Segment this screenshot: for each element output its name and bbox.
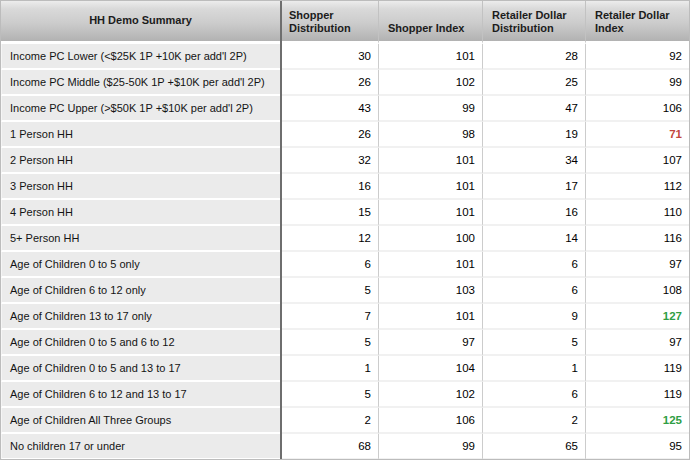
cell-shopper-distribution: 30 [280,44,379,70]
cell-retailer-dollar-index: 95 [586,434,689,460]
cell-retailer-dollar-distribution: 14 [483,226,586,252]
cell-retailer-dollar-distribution: 25 [483,70,586,96]
cell-retailer-dollar-distribution: 1 [483,356,586,382]
cell-shopper-index: 101 [379,148,483,174]
cell-retailer-dollar-distribution: 19 [483,122,586,148]
row-label: Age of Children 0 to 5 and 13 to 17 [1,356,280,382]
cell-retailer-dollar-distribution: 17 [483,174,586,200]
table-row: No children 17 or under 68 99 65 95 [1,434,689,460]
cell-retailer-dollar-index: 106 [586,96,689,122]
cell-shopper-distribution: 6 [280,252,379,278]
row-label: Income PC Middle ($25-50K 1P +$10K per a… [1,70,280,96]
cell-retailer-dollar-distribution: 47 [483,96,586,122]
column-header-retailer-dollar-distribution[interactable]: Retailer Dollar Distribution [483,1,586,44]
cell-shopper-index: 101 [379,44,483,70]
demo-summary-table: HH Demo Summary Shopper Distribution Sho… [1,1,689,460]
cell-shopper-distribution: 5 [280,382,379,408]
column-header-hh-demo-summary[interactable]: HH Demo Summary [1,1,280,44]
row-label: 3 Person HH [1,174,280,200]
table-row: Age of Children 6 to 12 and 13 to 17 5 1… [1,382,689,408]
column-header-shopper-index[interactable]: Shopper Index [379,1,483,44]
cell-shopper-index: 98 [379,122,483,148]
cell-shopper-index: 104 [379,356,483,382]
row-label: No children 17 or under [1,434,280,460]
cell-shopper-index: 99 [379,434,483,460]
cell-retailer-dollar-distribution: 6 [483,382,586,408]
cell-shopper-index: 102 [379,70,483,96]
cell-retailer-dollar-index: 99 [586,70,689,96]
row-label: 2 Person HH [1,148,280,174]
cell-retailer-dollar-distribution: 9 [483,304,586,330]
table-row: 5+ Person HH 12 100 14 116 [1,226,689,252]
table-row: 2 Person HH 32 101 34 107 [1,148,689,174]
table-row: Age of Children 6 to 12 only 5 103 6 108 [1,278,689,304]
cell-shopper-index: 97 [379,330,483,356]
cell-shopper-index: 101 [379,304,483,330]
cell-shopper-distribution: 1 [280,356,379,382]
cell-retailer-dollar-distribution: 6 [483,278,586,304]
table-row: Age of Children 0 to 5 only 6 101 6 97 [1,252,689,278]
cell-shopper-distribution: 43 [280,96,379,122]
cell-retailer-dollar-distribution: 34 [483,148,586,174]
cell-retailer-dollar-index: 119 [586,356,689,382]
cell-shopper-index: 101 [379,252,483,278]
table-row: Age of Children 13 to 17 only 7 101 9 12… [1,304,689,330]
cell-shopper-distribution: 26 [280,122,379,148]
cell-retailer-dollar-index: 97 [586,252,689,278]
hh-demo-summary-grid: HH Demo Summary Shopper Distribution Sho… [0,0,690,460]
cell-shopper-distribution: 32 [280,148,379,174]
column-header-shopper-distribution[interactable]: Shopper Distribution [280,1,379,44]
table-row: Income PC Upper (>$50K 1P +$10K per add'… [1,96,689,122]
cell-shopper-distribution: 7 [280,304,379,330]
row-label: Age of Children 0 to 5 only [1,252,280,278]
cell-shopper-distribution: 12 [280,226,379,252]
table-row: Income PC Middle ($25-50K 1P +$10K per a… [1,70,689,96]
cell-shopper-index: 103 [379,278,483,304]
cell-retailer-dollar-index: 92 [586,44,689,70]
table-body: Income PC Lower (<$25K 1P +10K per add'l… [1,44,689,460]
cell-retailer-dollar-index: 116 [586,226,689,252]
cell-shopper-index: 99 [379,96,483,122]
cell-retailer-dollar-distribution: 28 [483,44,586,70]
cell-retailer-dollar-index: 71 [586,122,689,148]
row-label: Income PC Lower (<$25K 1P +10K per add'l… [1,44,280,70]
row-label: Age of Children All Three Groups [1,408,280,434]
cell-retailer-dollar-distribution: 6 [483,252,586,278]
cell-retailer-dollar-index: 107 [586,148,689,174]
table-row: 4 Person HH 15 101 16 110 [1,200,689,226]
cell-shopper-distribution: 16 [280,174,379,200]
cell-shopper-distribution: 2 [280,408,379,434]
cell-retailer-dollar-index: 97 [586,330,689,356]
cell-retailer-dollar-index: 108 [586,278,689,304]
cell-shopper-index: 100 [379,226,483,252]
row-label: 5+ Person HH [1,226,280,252]
table-row: Age of Children All Three Groups 2 106 2… [1,408,689,434]
table-row: 3 Person HH 16 101 17 112 [1,174,689,200]
row-label: Age of Children 6 to 12 and 13 to 17 [1,382,280,408]
row-label: Age of Children 0 to 5 and 6 to 12 [1,330,280,356]
cell-shopper-distribution: 5 [280,330,379,356]
cell-retailer-dollar-index: 125 [586,408,689,434]
cell-retailer-dollar-index: 119 [586,382,689,408]
row-label: Age of Children 6 to 12 only [1,278,280,304]
column-header-retailer-dollar-index[interactable]: Retailer Dollar Index [586,1,689,44]
table-row: Age of Children 0 to 5 and 13 to 17 1 10… [1,356,689,382]
row-label: Income PC Upper (>$50K 1P +$10K per add'… [1,96,280,122]
row-label: 4 Person HH [1,200,280,226]
cell-shopper-distribution: 26 [280,70,379,96]
cell-retailer-dollar-distribution: 2 [483,408,586,434]
cell-shopper-distribution: 68 [280,434,379,460]
table-row: 1 Person HH 26 98 19 71 [1,122,689,148]
cell-shopper-distribution: 5 [280,278,379,304]
cell-retailer-dollar-distribution: 16 [483,200,586,226]
cell-retailer-dollar-index: 112 [586,174,689,200]
cell-retailer-dollar-distribution: 5 [483,330,586,356]
row-label: Age of Children 13 to 17 only [1,304,280,330]
table-row: Age of Children 0 to 5 and 6 to 12 5 97 … [1,330,689,356]
cell-shopper-index: 106 [379,408,483,434]
frozen-column-divider [280,1,282,459]
cell-shopper-index: 101 [379,174,483,200]
header-row: HH Demo Summary Shopper Distribution Sho… [1,1,689,44]
table-row: Income PC Lower (<$25K 1P +10K per add'l… [1,44,689,70]
cell-shopper-distribution: 15 [280,200,379,226]
